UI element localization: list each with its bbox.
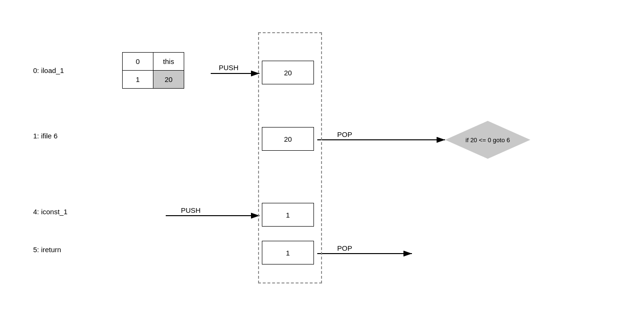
local-value-this: this <box>153 53 184 71</box>
diamond-condition: if 20 <= 0 goto 6 <box>445 121 530 159</box>
diagram: 0: iload_1 1: ifile 6 4: iconst_1 5: ire… <box>0 0 644 328</box>
diamond-shape <box>445 121 530 159</box>
stack-cell-2: 20 <box>262 127 314 151</box>
label-iconst: 4: iconst_1 <box>33 208 68 216</box>
local-value-20: 20 <box>153 71 184 89</box>
local-variable-table: 0 this 1 20 <box>122 52 184 89</box>
label-ireturn: 5: ireturn <box>33 246 61 254</box>
push1-label: PUSH <box>219 64 239 72</box>
stack-cell-4: 1 <box>262 241 314 264</box>
arrows-svg <box>0 0 644 328</box>
local-index-0: 0 <box>123 53 153 71</box>
push2-label: PUSH <box>181 206 201 214</box>
stack-cell-3: 1 <box>262 203 314 227</box>
pop1-label: POP <box>337 130 352 138</box>
label-iload: 0: iload_1 <box>33 66 64 74</box>
stack-cell-1: 20 <box>262 61 314 84</box>
pop2-label: POP <box>337 244 352 252</box>
local-index-1: 1 <box>123 71 153 89</box>
label-ifile: 1: ifile 6 <box>33 132 58 140</box>
